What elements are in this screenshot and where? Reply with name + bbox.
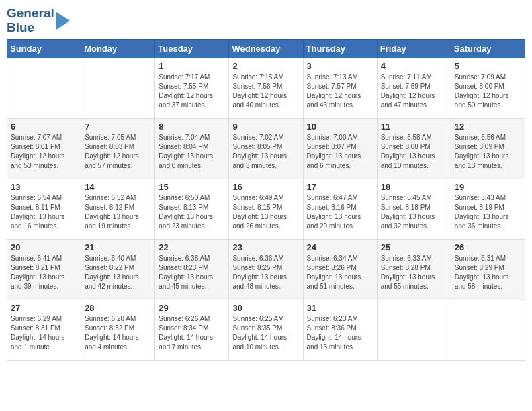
day-number: 14 xyxy=(85,182,151,192)
calendar-cell: 15Sunrise: 6:50 AM Sunset: 8:13 PM Dayli… xyxy=(155,179,229,240)
day-info: Sunrise: 6:38 AM Sunset: 8:23 PM Dayligh… xyxy=(159,254,225,291)
day-info: Sunrise: 6:33 AM Sunset: 8:28 PM Dayligh… xyxy=(381,254,447,291)
day-number: 10 xyxy=(307,122,373,132)
week-row-5: 27Sunrise: 6:29 AM Sunset: 8:31 PM Dayli… xyxy=(7,300,525,361)
calendar-cell: 16Sunrise: 6:49 AM Sunset: 8:15 PM Dayli… xyxy=(229,179,303,240)
day-info: Sunrise: 6:47 AM Sunset: 8:16 PM Dayligh… xyxy=(307,193,373,231)
day-number: 9 xyxy=(232,122,299,132)
day-info: Sunrise: 7:11 AM Sunset: 7:59 PM Dayligh… xyxy=(381,73,447,110)
day-info: Sunrise: 6:34 AM Sunset: 8:26 PM Dayligh… xyxy=(307,254,373,291)
calendar-cell xyxy=(7,58,81,119)
calendar-cell: 24Sunrise: 6:34 AM Sunset: 8:26 PM Dayli… xyxy=(303,240,377,300)
weekday-header-friday: Friday xyxy=(377,40,451,58)
calendar-cell xyxy=(451,300,525,361)
day-info: Sunrise: 6:50 AM Sunset: 8:13 PM Dayligh… xyxy=(159,193,225,231)
day-info: Sunrise: 6:40 AM Sunset: 8:22 PM Dayligh… xyxy=(85,254,151,291)
calendar-cell: 31Sunrise: 6:23 AM Sunset: 8:36 PM Dayli… xyxy=(303,300,377,361)
day-number: 18 xyxy=(381,182,447,192)
calendar-cell: 26Sunrise: 6:31 AM Sunset: 8:29 PM Dayli… xyxy=(451,240,525,300)
day-number: 19 xyxy=(455,182,521,192)
calendar-cell: 9Sunrise: 7:02 AM Sunset: 8:05 PM Daylig… xyxy=(229,119,303,179)
calendar-cell: 25Sunrise: 6:33 AM Sunset: 8:28 PM Dayli… xyxy=(377,240,451,300)
day-number: 3 xyxy=(307,61,373,71)
calendar-cell: 2Sunrise: 7:15 AM Sunset: 7:56 PM Daylig… xyxy=(229,58,303,119)
day-info: Sunrise: 6:58 AM Sunset: 8:08 PM Dayligh… xyxy=(381,133,447,171)
day-info: Sunrise: 7:15 AM Sunset: 7:56 PM Dayligh… xyxy=(232,73,299,110)
calendar-body: 1Sunrise: 7:17 AM Sunset: 7:55 PM Daylig… xyxy=(7,58,525,361)
day-info: Sunrise: 6:26 AM Sunset: 8:34 PM Dayligh… xyxy=(159,314,225,352)
day-info: Sunrise: 6:36 AM Sunset: 8:25 PM Dayligh… xyxy=(232,254,299,291)
svg-marker-0 xyxy=(56,12,70,30)
day-number: 25 xyxy=(381,242,447,253)
calendar-cell: 28Sunrise: 6:28 AM Sunset: 8:32 PM Dayli… xyxy=(81,300,155,361)
day-number: 15 xyxy=(159,182,225,192)
day-info: Sunrise: 6:56 AM Sunset: 8:09 PM Dayligh… xyxy=(455,133,521,171)
day-info: Sunrise: 6:31 AM Sunset: 8:29 PM Dayligh… xyxy=(455,254,521,291)
logo-text-block: General Blue xyxy=(7,7,70,35)
day-number: 30 xyxy=(232,303,299,313)
logo-label: General Blue xyxy=(7,7,54,35)
day-number: 21 xyxy=(85,242,151,253)
calendar-cell: 30Sunrise: 6:25 AM Sunset: 8:35 PM Dayli… xyxy=(229,300,303,361)
logo: General Blue xyxy=(7,7,70,35)
calendar-cell: 12Sunrise: 6:56 AM Sunset: 8:09 PM Dayli… xyxy=(451,119,525,179)
calendar-cell: 21Sunrise: 6:40 AM Sunset: 8:22 PM Dayli… xyxy=(81,240,155,300)
calendar-cell: 27Sunrise: 6:29 AM Sunset: 8:31 PM Dayli… xyxy=(7,300,81,361)
day-info: Sunrise: 6:43 AM Sunset: 8:19 PM Dayligh… xyxy=(455,193,521,231)
week-row-4: 20Sunrise: 6:41 AM Sunset: 8:21 PM Dayli… xyxy=(7,240,525,300)
calendar-cell: 3Sunrise: 7:13 AM Sunset: 7:57 PM Daylig… xyxy=(303,58,377,119)
day-number: 24 xyxy=(307,242,373,253)
day-number: 6 xyxy=(11,122,77,132)
day-number: 31 xyxy=(307,303,373,313)
day-info: Sunrise: 6:49 AM Sunset: 8:15 PM Dayligh… xyxy=(232,193,299,231)
weekday-header-sunday: Sunday xyxy=(7,40,81,58)
calendar-cell: 10Sunrise: 7:00 AM Sunset: 8:07 PM Dayli… xyxy=(303,119,377,179)
calendar-cell: 13Sunrise: 6:54 AM Sunset: 8:11 PM Dayli… xyxy=(7,179,81,240)
day-info: Sunrise: 7:00 AM Sunset: 8:07 PM Dayligh… xyxy=(307,133,373,171)
weekday-header-monday: Monday xyxy=(81,40,155,58)
weekday-header-thursday: Thursday xyxy=(303,40,377,58)
day-info: Sunrise: 7:17 AM Sunset: 7:55 PM Dayligh… xyxy=(159,73,225,110)
day-number: 26 xyxy=(455,242,521,253)
day-number: 1 xyxy=(159,61,225,71)
day-number: 29 xyxy=(159,303,225,313)
day-number: 12 xyxy=(455,122,521,132)
day-number: 11 xyxy=(381,122,447,132)
day-number: 7 xyxy=(85,122,151,132)
day-number: 2 xyxy=(232,61,299,71)
calendar-cell xyxy=(377,300,451,361)
calendar-cell: 1Sunrise: 7:17 AM Sunset: 7:55 PM Daylig… xyxy=(155,58,229,119)
weekday-header-row: SundayMondayTuesdayWednesdayThursdayFrid… xyxy=(7,40,525,58)
day-info: Sunrise: 6:54 AM Sunset: 8:11 PM Dayligh… xyxy=(11,193,77,231)
day-number: 23 xyxy=(232,242,299,253)
day-info: Sunrise: 6:23 AM Sunset: 8:36 PM Dayligh… xyxy=(307,314,373,352)
day-number: 28 xyxy=(85,303,151,313)
calendar-cell: 29Sunrise: 6:26 AM Sunset: 8:34 PM Dayli… xyxy=(155,300,229,361)
calendar-header: SundayMondayTuesdayWednesdayThursdayFrid… xyxy=(7,40,525,58)
weekday-header-wednesday: Wednesday xyxy=(229,40,303,58)
logo-arrow-icon xyxy=(56,7,70,35)
day-info: Sunrise: 7:04 AM Sunset: 8:04 PM Dayligh… xyxy=(159,133,225,171)
day-info: Sunrise: 6:29 AM Sunset: 8:31 PM Dayligh… xyxy=(11,314,77,352)
calendar-table: SundayMondayTuesdayWednesdayThursdayFrid… xyxy=(7,39,525,361)
day-number: 20 xyxy=(11,242,77,253)
day-info: Sunrise: 7:07 AM Sunset: 8:01 PM Dayligh… xyxy=(11,133,77,171)
calendar-cell: 17Sunrise: 6:47 AM Sunset: 8:16 PM Dayli… xyxy=(303,179,377,240)
calendar-cell: 4Sunrise: 7:11 AM Sunset: 7:59 PM Daylig… xyxy=(377,58,451,119)
day-number: 17 xyxy=(307,182,373,192)
day-number: 27 xyxy=(11,303,77,313)
week-row-3: 13Sunrise: 6:54 AM Sunset: 8:11 PM Dayli… xyxy=(7,179,525,240)
day-number: 4 xyxy=(381,61,447,71)
calendar-cell: 22Sunrise: 6:38 AM Sunset: 8:23 PM Dayli… xyxy=(155,240,229,300)
day-info: Sunrise: 7:05 AM Sunset: 8:03 PM Dayligh… xyxy=(85,133,151,171)
calendar-cell: 11Sunrise: 6:58 AM Sunset: 8:08 PM Dayli… xyxy=(377,119,451,179)
day-info: Sunrise: 7:13 AM Sunset: 7:57 PM Dayligh… xyxy=(307,73,373,110)
day-info: Sunrise: 6:25 AM Sunset: 8:35 PM Dayligh… xyxy=(232,314,299,352)
weekday-header-tuesday: Tuesday xyxy=(155,40,229,58)
calendar-cell: 23Sunrise: 6:36 AM Sunset: 8:25 PM Dayli… xyxy=(229,240,303,300)
calendar-cell: 7Sunrise: 7:05 AM Sunset: 8:03 PM Daylig… xyxy=(81,119,155,179)
calendar-cell xyxy=(81,58,155,119)
day-number: 5 xyxy=(455,61,521,71)
week-row-1: 1Sunrise: 7:17 AM Sunset: 7:55 PM Daylig… xyxy=(7,58,525,119)
calendar-cell: 20Sunrise: 6:41 AM Sunset: 8:21 PM Dayli… xyxy=(7,240,81,300)
